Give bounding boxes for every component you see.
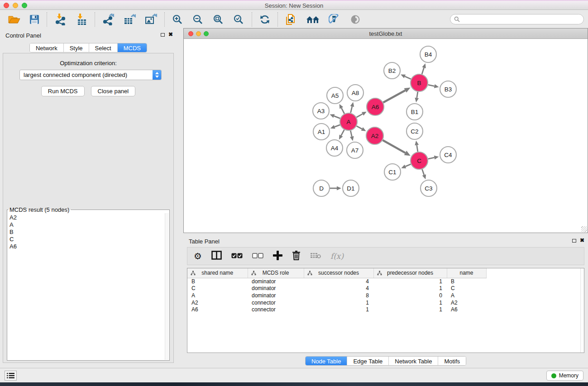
unselect-all-columns-button[interactable]: [252, 252, 263, 260]
tab-node-table[interactable]: Node Table: [306, 357, 347, 365]
column-header-predecessor-nodes[interactable]: predecessor nodes: [373, 268, 447, 278]
hide-labels-button[interactable]: [324, 12, 345, 27]
table-cell[interactable]: 8: [304, 292, 373, 299]
destroy-table-button[interactable]: [310, 252, 321, 261]
search-field[interactable]: [450, 14, 584, 24]
table-row[interactable]: Bdominator41B: [187, 278, 486, 285]
clone-network-button[interactable]: [281, 12, 301, 27]
select-all-columns-button[interactable]: [231, 252, 243, 260]
network-window-titlebar[interactable]: testGlobe.txt: [184, 29, 588, 39]
table-row[interactable]: A2connector11A2: [187, 299, 486, 306]
close-panel-icon[interactable]: ✖: [168, 31, 173, 38]
graph-edge-A2-C[interactable]: [382, 140, 405, 153]
table-scrollbar[interactable]: [580, 268, 584, 353]
table-cell[interactable]: 1: [373, 299, 447, 306]
tab-edge-table[interactable]: Edge Table: [347, 357, 388, 365]
graph-edge-B-B2[interactable]: [405, 76, 411, 79]
create-column-button[interactable]: [273, 251, 282, 262]
graph-edge-A-A1[interactable]: [335, 125, 340, 127]
table-float-icon[interactable]: [572, 239, 576, 243]
delete-column-button[interactable]: [292, 250, 301, 262]
home-view-button[interactable]: [301, 12, 324, 27]
graph-edge-C-C1[interactable]: [406, 164, 411, 167]
graph-edge-C-C3[interactable]: [422, 169, 424, 175]
table-cell[interactable]: 1: [373, 285, 447, 292]
table-cell[interactable]: 1: [304, 299, 373, 306]
open-session-button[interactable]: [4, 12, 25, 27]
zoom-selected-button[interactable]: [229, 12, 249, 27]
table-row[interactable]: Cdominator41C: [187, 285, 486, 292]
table-cell[interactable]: A2: [447, 299, 486, 306]
table-cell[interactable]: C: [187, 285, 248, 292]
tab-mcds[interactable]: MCDS: [117, 43, 147, 52]
table-cell[interactable]: A2: [187, 299, 248, 306]
result-list-item[interactable]: A6: [10, 243, 165, 250]
criterion-select[interactable]: largest connected component (directed): [19, 70, 162, 80]
show-columns-button[interactable]: [211, 251, 222, 262]
save-session-button[interactable]: [25, 12, 44, 27]
table-row[interactable]: Adominator80A: [187, 292, 486, 299]
result-list-scrollbar[interactable]: [165, 213, 169, 360]
table-cell[interactable]: dominator: [248, 278, 304, 285]
graph-edge-A-A2[interactable]: [357, 126, 362, 129]
table-cell[interactable]: connector: [248, 299, 304, 306]
table-cell[interactable]: 4: [304, 278, 373, 285]
graph-edge-A-A4[interactable]: [341, 130, 344, 136]
task-history-button[interactable]: [5, 371, 17, 381]
zoom-out-button[interactable]: [188, 12, 208, 27]
export-table-button[interactable]: [119, 12, 140, 27]
table-cell[interactable]: C: [447, 285, 486, 292]
tab-network[interactable]: Network: [30, 43, 63, 52]
zoom-in-button[interactable]: [167, 12, 188, 27]
result-list-item[interactable]: A2: [10, 214, 165, 221]
graph-edge-C-C4[interactable]: [428, 157, 435, 159]
table-cell[interactable]: A6: [187, 306, 248, 313]
table-cell[interactable]: connector: [248, 306, 304, 313]
tab-motifs[interactable]: Motifs: [438, 357, 466, 365]
table-row[interactable]: A6connector11A6: [187, 306, 486, 313]
show-hide-button[interactable]: [345, 12, 366, 27]
table-cell[interactable]: dominator: [248, 292, 304, 299]
export-network-button[interactable]: [98, 12, 119, 27]
result-list-item[interactable]: A: [10, 221, 165, 229]
graph-edge-A-A3[interactable]: [334, 116, 340, 118]
column-header-successor-nodes[interactable]: successor nodes: [304, 268, 373, 278]
zoom-fit-button[interactable]: [208, 12, 229, 27]
refresh-button[interactable]: [255, 12, 275, 27]
result-list-item[interactable]: B: [10, 229, 165, 236]
result-list-item[interactable]: C: [10, 236, 165, 243]
memory-button[interactable]: Memory: [546, 371, 583, 381]
column-header-shared-name[interactable]: shared name: [187, 268, 248, 278]
table-close-icon[interactable]: ✖: [580, 237, 584, 243]
table-cell[interactable]: A: [187, 292, 248, 299]
tab-network-table[interactable]: Network Table: [388, 357, 438, 365]
graph-edge-A6-B[interactable]: [383, 91, 406, 103]
table-cell[interactable]: B: [187, 278, 248, 285]
table-cell[interactable]: 0: [373, 292, 447, 299]
table-cell[interactable]: A6: [447, 306, 486, 313]
search-input[interactable]: [460, 16, 583, 23]
network-canvas[interactable]: B4B2BB3A8A5A6A3B1AC2A1A2A4A7C4CC1C3DD1: [184, 39, 588, 233]
function-builder-button[interactable]: f(x): [330, 252, 344, 261]
tab-style[interactable]: Style: [63, 43, 89, 52]
column-header-mcds-role[interactable]: MCDS role: [248, 268, 304, 278]
graph-edge-A-A6[interactable]: [356, 114, 363, 118]
graph-edge-B-B3[interactable]: [428, 85, 435, 86]
table-cell[interactable]: 1: [373, 306, 447, 313]
graph-edge-C-C2[interactable]: [417, 145, 418, 152]
tab-select[interactable]: Select: [89, 43, 117, 52]
table-settings-button[interactable]: ⚙: [194, 252, 202, 261]
network-window-resize-grip[interactable]: [581, 226, 587, 232]
graph-edge-A-A7[interactable]: [350, 131, 352, 137]
graph-edge-B-B1[interactable]: [417, 92, 418, 98]
import-table-button[interactable]: [71, 12, 92, 27]
table-cell[interactable]: 1: [373, 278, 447, 285]
graph-edge-B-B4[interactable]: [422, 68, 424, 74]
graph-edge-A-A8[interactable]: [351, 106, 352, 113]
import-network-button[interactable]: [50, 12, 71, 27]
run-mcds-button[interactable]: Run MCDS: [41, 86, 85, 96]
table-cell[interactable]: 4: [304, 285, 373, 292]
column-header-name[interactable]: name: [447, 268, 486, 278]
close-panel-button[interactable]: Close panel: [91, 86, 136, 96]
table-cell[interactable]: dominator: [248, 285, 304, 292]
